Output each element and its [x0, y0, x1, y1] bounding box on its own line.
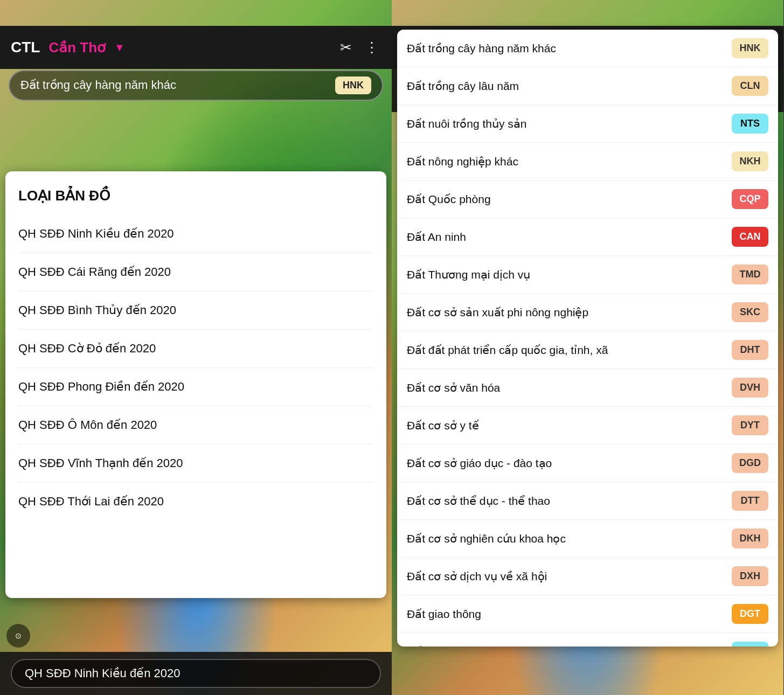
dropdown-item-badge: DTL — [732, 642, 768, 647]
dropdown-list-item[interactable]: Đất Quốc phòngCQP — [397, 180, 778, 218]
more-icon[interactable]: ⋮ — [363, 37, 381, 58]
modal-list-item[interactable]: QH SĐĐ Ninh Kiều đến 2020 — [18, 215, 373, 253]
left-map-content: LOẠI BẢN ĐỒ QH SĐĐ Ninh Kiều đến 2020QH … — [0, 101, 392, 652]
bottom-selected-text[interactable]: QH SĐĐ Ninh Kiều đến 2020 — [11, 659, 381, 688]
dropdown-item-label: Đất giao thông — [407, 607, 726, 621]
dropdown-item-badge: CQP — [732, 189, 768, 209]
dropdown-list-item[interactable]: Đất cơ sở văn hóaDVH — [397, 369, 778, 407]
dropdown-item-badge: CLN — [732, 76, 768, 96]
dropdown-item-label: Đất An ninh — [407, 230, 726, 244]
dropdown-item-badge: NKH — [732, 151, 768, 171]
left-app-title: CTL — [11, 39, 40, 56]
left-city-name[interactable]: Cần Thơ — [48, 39, 106, 56]
dropdown-list-item[interactable]: Đất Thương mại dịch vụTMD — [397, 256, 778, 294]
dropdown-item-label: Đất đất phát triển cấp quốc gia, tỉnh, x… — [407, 343, 726, 357]
dropdown-list-item[interactable]: Đất đất phát triển cấp quốc gia, tỉnh, x… — [397, 331, 778, 369]
right-panel: 🔇 📶 83% 🔋 05:32 C ⋮ Đất trồng cây hàng n… — [392, 0, 783, 695]
dropdown-list-item[interactable]: Đất thủy lợiDTL — [397, 633, 778, 647]
dropdown-item-badge: DGT — [732, 604, 768, 624]
left-selected-bar: Đất trồng cây hàng năm khác HNK — [0, 69, 392, 101]
dropdown-list-item[interactable]: Đất giao thôngDGT — [397, 595, 778, 633]
dropdown-list: Đất trồng cây hàng năm khácHNKĐất trồng … — [397, 30, 778, 647]
dropdown-item-label: Đất trồng cây lâu năm — [407, 79, 726, 93]
dropdown-item-badge: DYT — [732, 415, 768, 435]
modal-items-list: QH SĐĐ Ninh Kiều đến 2020QH SĐĐ Cái Răng… — [18, 215, 373, 520]
dropdown-list-item[interactable]: Đất An ninhCAN — [397, 218, 778, 256]
modal-list-item[interactable]: QH SĐĐ Thới Lai đến 2020 — [18, 483, 373, 520]
modal-list-item[interactable]: QH SĐĐ Phong Điền đến 2020 — [18, 368, 373, 406]
modal-list-item[interactable]: QH SĐĐ Cái Răng đến 2020 — [18, 253, 373, 291]
dropdown-item-label: Đất Quốc phòng — [407, 192, 726, 206]
dropdown-list-item[interactable]: Đất cơ sở dịch vụ về xã hộiDXH — [397, 558, 778, 595]
dropdown-list-item[interactable]: Đất cơ sở sản xuất phi nông nghiệpSKC — [397, 294, 778, 331]
dropdown-item-badge: DXH — [732, 566, 768, 586]
dropdown-item-label: Đất nông nghiệp khác — [407, 154, 726, 169]
dropdown-list-item[interactable]: Đất nuôi trồng thủy sảnNTS — [397, 105, 778, 143]
dropdown-list-item[interactable]: Đất trồng cây lâu nămCLN — [397, 67, 778, 105]
dropdown-item-label: Đất trồng cây hàng năm khác — [407, 41, 726, 55]
left-modal: LOẠI BẢN ĐỒ QH SĐĐ Ninh Kiều đến 2020QH … — [5, 171, 386, 598]
ruler-icon[interactable]: ✂ — [338, 37, 354, 58]
dropdown-list-item[interactable]: Đất cơ sở nghiên cứu khoa họcDKH — [397, 520, 778, 558]
dropdown-item-badge: HNK — [732, 38, 768, 58]
selected-item-badge: HNK — [335, 77, 371, 94]
modal-list-item[interactable]: QH SĐĐ Ô Môn đến 2020 — [18, 406, 373, 444]
modal-list-item[interactable]: QH SĐĐ Bình Thủy đến 2020 — [18, 291, 373, 330]
dropdown-list-item[interactable]: Đất trồng cây hàng năm khácHNK — [397, 30, 778, 67]
left-top-bar: CTL Cần Thơ ▼ ✂ ⋮ — [0, 26, 392, 69]
selected-item-pill[interactable]: Đất trồng cây hàng năm khác HNK — [9, 70, 383, 101]
dropdown-list-item[interactable]: Đất cơ sở giáo dục - đào tạoDGD — [397, 444, 778, 482]
dropdown-list-item[interactable]: Đất cơ sở y tếDYT — [397, 407, 778, 444]
dropdown-item-label: Đất thủy lợi — [407, 644, 726, 647]
dropdown-item-badge: DGD — [732, 453, 768, 473]
dropdown-item-badge: CAN — [732, 227, 768, 247]
dropdown-item-label: Đất cơ sở thể dục - thể thao — [407, 494, 726, 508]
dropdown-item-badge: DVH — [732, 378, 768, 398]
modal-list-item[interactable]: QH SĐĐ Cờ Đỏ đến 2020 — [18, 330, 373, 368]
left-panel: 🔇 📶 83% 🔋 05:32 CTL Cần Thơ ▼ ✂ ⋮ Đất tr… — [0, 0, 392, 695]
dropdown-item-label: Đất cơ sở dịch vụ về xã hội — [407, 569, 726, 583]
dropdown-item-badge: DKH — [732, 529, 768, 548]
dropdown-item-label: Đất cơ sở y tế — [407, 418, 726, 433]
dropdown-item-label: Đất nuôi trồng thủy sản — [407, 116, 726, 131]
dropdown-list-item[interactable]: Đất cơ sở thể dục - thể thaoDTT — [397, 482, 778, 520]
dropdown-item-badge: NTS — [732, 114, 768, 134]
dropdown-item-label: Đất cơ sở văn hóa — [407, 380, 726, 395]
selected-item-text: Đất trồng cây hàng năm khác — [20, 78, 330, 92]
dropdown-item-badge: TMD — [732, 265, 768, 284]
dropdown-item-label: Đất Thương mại dịch vụ — [407, 267, 726, 282]
modal-list-item[interactable]: QH SĐĐ Vĩnh Thạnh đến 2020 — [18, 444, 373, 483]
left-bottom-bar: QH SĐĐ Ninh Kiều đến 2020 — [0, 652, 392, 695]
dropdown-item-badge: SKC — [732, 302, 768, 322]
dropdown-item-label: Đất cơ sở nghiên cứu khoa học — [407, 531, 726, 546]
dropdown-item-label: Đất cơ sở giáo dục - đào tạo — [407, 456, 726, 470]
dropdown-list-item[interactable]: Đất nông nghiệp khácNKH — [397, 143, 778, 180]
dropdown-item-badge: DHT — [732, 340, 768, 360]
dropdown-item-label: Đất cơ sở sản xuất phi nông nghiệp — [407, 305, 726, 319]
dropdown-item-badge: DTT — [732, 491, 768, 511]
chevron-down-icon[interactable]: ▼ — [114, 41, 125, 54]
mapbox-logo-left: ⊙ — [6, 624, 30, 648]
modal-title: LOẠI BẢN ĐỒ — [18, 187, 373, 204]
